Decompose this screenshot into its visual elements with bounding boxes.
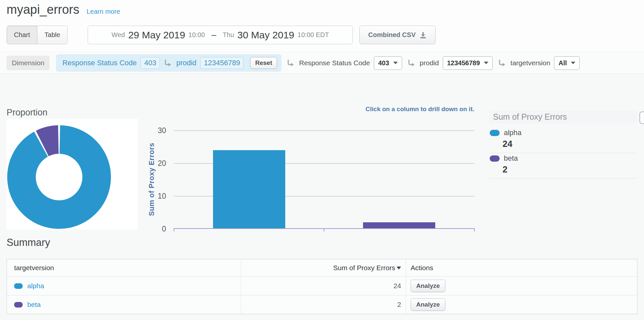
- drilldown-arrow-icon: [164, 59, 172, 67]
- y-tick-10: 10: [144, 192, 166, 201]
- targetversion-cell: alpha: [7, 277, 241, 295]
- drilldown-label: prodid: [420, 59, 439, 67]
- dimension-label: Dimension: [7, 56, 50, 70]
- legend-swatch-beta: [490, 155, 500, 162]
- learn-more-link[interactable]: Learn more: [87, 8, 120, 15]
- reset-button[interactable]: Reset: [250, 57, 277, 69]
- chevron-down-icon: [393, 62, 398, 64]
- x-axis-tick: [174, 229, 174, 231]
- breadcrumb-dim2-label: prodid: [176, 59, 196, 67]
- bar-alpha[interactable]: [213, 150, 285, 229]
- column-header-label: targetversion: [14, 264, 54, 272]
- start-date: 29 May 2019: [128, 30, 185, 41]
- table-header-row: targetversion Sum of Proxy Errors Action…: [7, 259, 637, 276]
- response-status-code-dropdown[interactable]: 403: [374, 56, 402, 70]
- column-header-actions: Actions: [406, 259, 637, 276]
- end-date: 30 May 2019: [237, 30, 294, 41]
- drilldown-arrow-icon: [287, 59, 295, 67]
- date-range-picker[interactable]: Wed 29 May 2019 10:00 – Thu 30 May 2019 …: [88, 26, 353, 44]
- legend-divider: [489, 153, 637, 153]
- combined-csv-label: Combined CSV: [368, 31, 416, 39]
- drilldown-label: Response Status Code: [299, 59, 370, 67]
- analyze-button-beta[interactable]: Analyze: [411, 298, 445, 311]
- drilldown-arrow-icon: [498, 59, 506, 67]
- page-title: myapi_errors: [7, 3, 79, 17]
- y-axis-tick-labels: 0102030: [144, 130, 169, 234]
- column-header-label: Actions: [411, 264, 433, 272]
- actions-cell: Analyze: [406, 295, 637, 314]
- gridline-30: [174, 130, 474, 131]
- toolbar: Chart Table Wed 29 May 2019 10:00 – Thu …: [0, 26, 644, 45]
- breadcrumb-dim2-value: 123456789: [200, 57, 244, 69]
- actions-cell: Analyze: [406, 277, 637, 295]
- legend-swatch-alpha: [490, 130, 500, 136]
- proportion-title: Proportion: [7, 108, 48, 118]
- sum-value: 24: [394, 282, 401, 290]
- legend-title: Sum of Proxy Errors: [489, 110, 637, 123]
- legend-label-beta: beta: [504, 154, 518, 163]
- analyze-button-alpha[interactable]: Analyze: [411, 280, 445, 292]
- donut-slice-alpha: [7, 125, 111, 229]
- targetversion-link-alpha[interactable]: alpha: [27, 282, 44, 290]
- drilldown-response-status-code: Response Status Code 403: [287, 56, 402, 70]
- start-day: Wed: [112, 31, 125, 39]
- column-header-label: Sum of Proxy Errors: [333, 264, 395, 272]
- x-axis-tick: [324, 229, 324, 231]
- drilldown-arrow-icon: [407, 59, 416, 67]
- analytics-dashboard: myapi_errors Learn more Chart Table Wed …: [0, 0, 644, 320]
- legend-edge-button[interactable]: [639, 111, 644, 124]
- legend-value-beta: 2: [503, 165, 507, 175]
- summary-title: Summary: [7, 237, 50, 249]
- breadcrumb-metric-label: Response Status Code: [62, 59, 137, 67]
- targetversion-dropdown[interactable]: All: [554, 56, 580, 70]
- dropdown-value: All: [558, 59, 567, 67]
- legend-divider: [489, 178, 637, 179]
- drilldown-label: targetversion: [510, 59, 550, 67]
- y-tick-0: 0: [144, 225, 166, 233]
- sort-desc-icon: [397, 267, 401, 270]
- prodid-dropdown[interactable]: 123456789: [443, 56, 493, 70]
- start-time: 10:00: [188, 31, 205, 39]
- legend-value-alpha: 24: [503, 139, 512, 149]
- summary-table: targetversion Sum of Proxy Errors Action…: [7, 259, 637, 314]
- column-header-targetversion: targetversion: [7, 259, 241, 276]
- dropdown-value: 123456789: [447, 59, 480, 67]
- tab-table[interactable]: Table: [37, 26, 67, 44]
- x-axis-tick: [474, 229, 475, 231]
- drilldown-prodid: prodid 123456789: [407, 56, 493, 70]
- date-range-separator: –: [211, 30, 216, 40]
- legend-label-alpha: alpha: [504, 129, 522, 137]
- chevron-down-icon: [571, 62, 575, 64]
- table-row-alpha: alpha 24 Analyze: [7, 276, 637, 295]
- end-time: 10:00 EDT: [298, 31, 329, 39]
- bar-beta[interactable]: [363, 222, 435, 229]
- view-toggle: Chart Table: [7, 26, 68, 44]
- tab-chart[interactable]: Chart: [7, 26, 37, 44]
- table-row-beta: beta 2 Analyze: [7, 295, 637, 314]
- y-tick-20: 20: [144, 159, 166, 168]
- bar-plot-area: [174, 130, 474, 229]
- targetversion-link-beta[interactable]: beta: [27, 301, 41, 309]
- drilldown-targetversion: targetversion All: [498, 56, 580, 70]
- breadcrumb-metric-value: 403: [140, 57, 160, 69]
- series-swatch-beta: [14, 302, 23, 308]
- proportion-donut-card: [7, 119, 138, 230]
- page-header: myapi_errors Learn more: [7, 3, 120, 17]
- value-cell: 2: [241, 295, 406, 314]
- sum-value: 2: [397, 301, 401, 309]
- donut-chart: [7, 119, 138, 230]
- series-swatch-alpha: [14, 283, 23, 289]
- filter-breadcrumb: Response Status Code 403 prodid 12345678…: [56, 54, 281, 71]
- filter-strip: Dimension Response Status Code 403 prodi…: [0, 52, 644, 74]
- chevron-down-icon: [484, 62, 488, 64]
- targetversion-cell: beta: [7, 295, 241, 314]
- dropdown-value: 403: [378, 59, 389, 67]
- value-cell: 24: [241, 277, 406, 295]
- download-icon: [419, 31, 427, 39]
- drilldown-hint: Click on a column to drill down on it.: [312, 106, 474, 113]
- y-tick-30: 30: [144, 126, 166, 135]
- combined-csv-button[interactable]: Combined CSV: [359, 26, 436, 44]
- end-day: Thu: [223, 31, 234, 39]
- column-header-sum-proxy-errors[interactable]: Sum of Proxy Errors: [241, 259, 406, 276]
